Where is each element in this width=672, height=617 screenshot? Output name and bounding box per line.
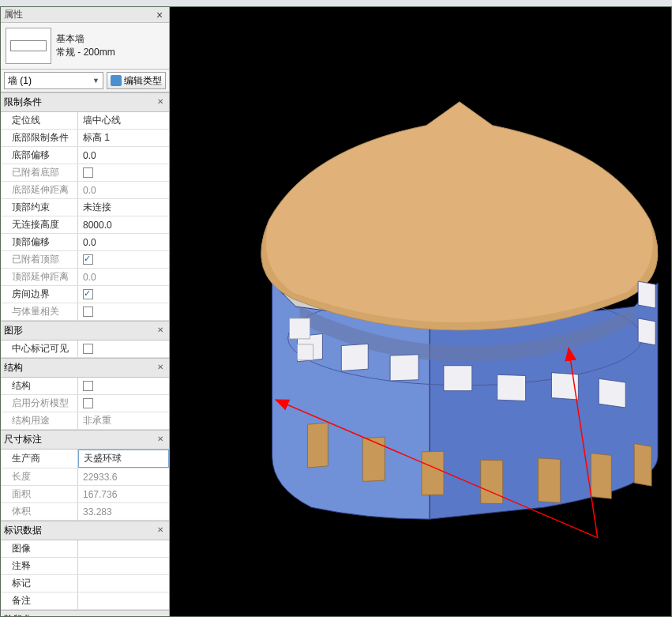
property-value[interactable] xyxy=(78,286,169,303)
collapse-icon[interactable]: ✕ xyxy=(155,615,166,617)
type-name: 基本墙 xyxy=(56,32,164,46)
property-row: 已附着底部 xyxy=(1,164,169,182)
property-value[interactable] xyxy=(78,575,169,592)
property-value xyxy=(78,395,169,412)
category-header[interactable]: 图形✕ xyxy=(1,321,169,340)
type-selector[interactable]: 基本墙 常规 - 200mm xyxy=(1,23,169,70)
checkbox xyxy=(83,307,93,317)
collapse-icon[interactable]: ✕ xyxy=(155,525,166,536)
property-row: 结构用途非承重 xyxy=(1,412,169,430)
property-label: 底部延伸距离 xyxy=(1,182,78,198)
svg-rect-13 xyxy=(481,460,503,503)
property-label: 生产商 xyxy=(1,450,78,468)
property-value: 33.283 xyxy=(78,503,169,520)
category-name: 结构 xyxy=(4,361,23,374)
property-value[interactable]: 0.0 xyxy=(78,234,169,250)
checkbox xyxy=(83,254,93,265)
edit-type-button[interactable]: 编辑类型 xyxy=(107,72,166,89)
category-header[interactable]: 阶段化✕ xyxy=(1,610,169,616)
category-name: 尺寸标注 xyxy=(4,433,42,446)
category-name: 标识数据 xyxy=(4,524,42,537)
property-value[interactable]: 墙中心线 xyxy=(78,112,169,129)
property-row: 无连接高度8000.0 xyxy=(1,216,169,234)
category-header[interactable]: 尺寸标注✕ xyxy=(1,430,169,450)
property-value[interactable] xyxy=(78,378,169,394)
property-row: 生产商天盛环球 xyxy=(1,450,169,468)
category-header[interactable]: 限制条件✕ xyxy=(1,92,169,112)
collapse-icon[interactable]: ✕ xyxy=(155,97,166,108)
property-label: 启用分析模型 xyxy=(1,395,78,412)
checkbox[interactable] xyxy=(83,344,93,354)
viewport-3d[interactable] xyxy=(170,7,671,616)
property-row: 中心标记可见 xyxy=(1,340,169,358)
property-row: 底部延伸距离0.0 xyxy=(1,182,169,199)
category-header[interactable]: 结构✕ xyxy=(1,358,169,378)
property-value[interactable] xyxy=(78,340,169,357)
svg-rect-2 xyxy=(341,344,368,371)
property-row: 结构 xyxy=(1,378,169,395)
category-header[interactable]: 标识数据✕ xyxy=(1,521,169,540)
panel-title-text: 属性 xyxy=(4,8,23,21)
property-label: 与体量相关 xyxy=(1,303,78,320)
property-row: 备注 xyxy=(1,593,169,610)
svg-rect-14 xyxy=(539,458,561,502)
collapse-icon[interactable]: ✕ xyxy=(155,325,166,337)
property-row: 标记 xyxy=(1,575,169,593)
property-row: 长度22933.6 xyxy=(1,468,169,486)
svg-rect-10 xyxy=(307,423,328,468)
element-filter-dropdown[interactable]: 墙 (1) ▼ xyxy=(4,72,103,89)
checkbox[interactable] xyxy=(83,289,93,299)
property-value: 0.0 xyxy=(78,182,169,198)
property-value[interactable]: 8000.0 xyxy=(78,216,169,233)
property-label: 图像 xyxy=(1,540,78,557)
svg-rect-7 xyxy=(599,378,625,408)
property-value[interactable]: 天盛环球 xyxy=(78,450,169,468)
property-label: 面积 xyxy=(1,486,78,502)
property-row: 底部限制条件标高 1 xyxy=(1,130,169,147)
property-label: 标记 xyxy=(1,575,78,592)
property-row: 顶部约束未连接 xyxy=(1,199,169,216)
property-value: 167.736 xyxy=(78,486,169,502)
svg-rect-4 xyxy=(444,366,472,391)
property-value[interactable]: 0.0 xyxy=(78,147,169,164)
property-value[interactable] xyxy=(78,540,169,557)
property-row: 已附着顶部 xyxy=(1,251,169,269)
property-label: 长度 xyxy=(1,468,78,485)
property-label: 无连接高度 xyxy=(1,216,78,233)
model-3d xyxy=(170,7,671,616)
svg-rect-9 xyxy=(297,344,313,360)
properties-grid: 限制条件✕定位线墙中心线底部限制条件标高 1底部偏移0.0已附着底部底部延伸距离… xyxy=(1,92,169,616)
property-label: 底部限制条件 xyxy=(1,130,78,146)
property-label: 定位线 xyxy=(1,112,78,129)
property-value[interactable] xyxy=(78,593,169,609)
collapse-icon[interactable]: ✕ xyxy=(155,435,166,446)
checkbox[interactable] xyxy=(83,381,93,391)
property-label: 备注 xyxy=(1,593,78,609)
property-value[interactable]: 标高 1 xyxy=(78,130,169,146)
property-label: 注释 xyxy=(1,558,78,574)
property-row: 体积33.283 xyxy=(1,503,169,521)
property-row: 注释 xyxy=(1,558,169,575)
property-row: 底部偏移0.0 xyxy=(1,147,169,164)
close-icon[interactable]: × xyxy=(153,9,166,21)
svg-rect-11 xyxy=(362,437,385,481)
property-value[interactable] xyxy=(78,558,169,574)
property-value[interactable]: 未连接 xyxy=(78,199,169,216)
svg-rect-12 xyxy=(422,451,444,495)
property-label: 顶部延伸距离 xyxy=(1,269,78,285)
property-row: 顶部延伸距离0.0 xyxy=(1,269,169,286)
svg-rect-6 xyxy=(551,373,578,400)
property-row: 图像 xyxy=(1,540,169,558)
property-row: 与体量相关 xyxy=(1,303,169,321)
panel-header: 属性 × xyxy=(1,7,169,23)
chevron-down-icon: ▼ xyxy=(92,77,99,85)
property-label: 已附着顶部 xyxy=(1,251,78,268)
edit-type-label: 编辑类型 xyxy=(124,74,162,88)
property-label: 底部偏移 xyxy=(1,147,78,164)
property-row: 面积167.736 xyxy=(1,486,169,503)
property-value: 0.0 xyxy=(78,269,169,285)
category-name: 阶段化 xyxy=(4,613,32,616)
property-label: 顶部偏移 xyxy=(1,234,78,250)
type-text: 基本墙 常规 - 200mm xyxy=(56,32,164,59)
collapse-icon[interactable]: ✕ xyxy=(155,363,166,374)
